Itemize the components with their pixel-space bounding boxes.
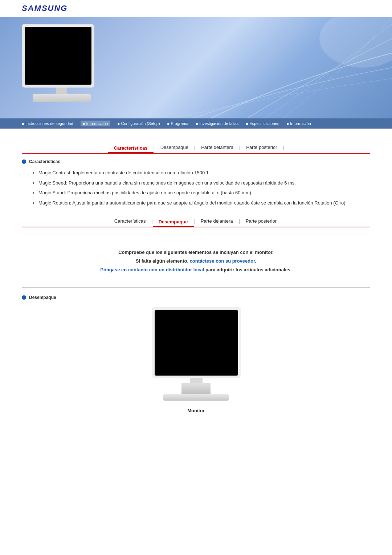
section-dot bbox=[22, 295, 26, 300]
monitor-stand-arm bbox=[181, 383, 211, 394]
nav-bar: ■ Instrucciones de seguridad ■ Introducc… bbox=[0, 118, 392, 129]
info-line-1: Compruebe que los siguientes elementos s… bbox=[29, 249, 363, 256]
banner-decoration bbox=[138, 17, 392, 118]
contact-provider-link[interactable]: contáctese con su proveedor bbox=[190, 258, 255, 264]
nav-bullet: ■ bbox=[22, 122, 24, 126]
list-item: Magic Rotation: Ajusta la pantalla autom… bbox=[33, 198, 370, 208]
logo-area: SAMSUNG bbox=[0, 0, 392, 17]
tab-separator: | bbox=[283, 145, 284, 150]
nav-item-introduccion[interactable]: ■ Introducción bbox=[81, 121, 110, 126]
monitor-base bbox=[163, 394, 229, 401]
nav-item-investigacion[interactable]: ■ Investigación de fallas bbox=[196, 121, 238, 126]
tab-parte-posterior-bottom[interactable]: Parte posterior bbox=[240, 217, 282, 225]
contact-distributor-link[interactable]: Póngase en contacto con un distribuidor … bbox=[100, 267, 204, 272]
nav-bullet: ■ bbox=[83, 122, 85, 126]
banner-monitor-illustration bbox=[22, 24, 102, 111]
info-box: Compruebe que los siguientes elementos s… bbox=[22, 242, 370, 280]
info-line-2: Si falta algún elemento, contáctese con … bbox=[29, 258, 363, 265]
list-item: Magic Contrast: Implementa un contraste … bbox=[33, 168, 370, 178]
nav-label: Configuración (Setup) bbox=[121, 121, 160, 126]
section-dot bbox=[22, 159, 26, 164]
nav-item-configuracion[interactable]: ■ Configuración (Setup) bbox=[118, 121, 160, 126]
nav-bullet: ■ bbox=[167, 122, 170, 126]
monitor-image-section bbox=[22, 307, 370, 401]
monitor-label: Monitor bbox=[22, 408, 370, 413]
tab-desempaque-bottom[interactable]: Desempaque bbox=[153, 218, 194, 227]
nav-item-especificaciones[interactable]: ■ Especificaciones bbox=[246, 121, 279, 126]
nav-item-informacion[interactable]: ■ Información bbox=[286, 121, 311, 126]
svg-point-0 bbox=[319, 17, 392, 68]
tabs-top: Características | Desempaque | Parte del… bbox=[22, 143, 370, 154]
caracteristicas-list: Magic Contrast: Implementa un contraste … bbox=[22, 168, 370, 208]
info-line-3: Póngase en contacto con un distribuidor … bbox=[29, 266, 363, 274]
samsung-logo: SAMSUNG bbox=[22, 4, 68, 13]
tab-caracteristicas-top[interactable]: Características bbox=[108, 144, 153, 153]
list-item: Magic Speed: Proporciona una pantalla cl… bbox=[33, 178, 370, 188]
tab-caracteristicas-bottom[interactable]: Características bbox=[109, 217, 152, 225]
desempaque-title: Desempaque bbox=[29, 295, 56, 300]
list-item: Magic Stand: Proporciona muchas posibili… bbox=[33, 188, 370, 198]
nav-label: Instrucciones de seguridad bbox=[25, 121, 73, 126]
nav-label: Especificaciones bbox=[249, 121, 279, 126]
divider-bottom bbox=[22, 287, 370, 288]
tab-desempaque-top[interactable]: Desempaque bbox=[155, 143, 194, 151]
caracteristicas-header: Características bbox=[22, 159, 370, 164]
nav-bullet: ■ bbox=[246, 122, 248, 126]
nav-item-programa[interactable]: ■ Programa bbox=[167, 121, 188, 126]
tab-separator: | bbox=[282, 219, 283, 224]
nav-label: Programa bbox=[171, 121, 188, 126]
monitor-bezel bbox=[152, 307, 241, 378]
monitor-display bbox=[155, 310, 238, 376]
nav-item-seguridad[interactable]: ■ Instrucciones de seguridad bbox=[22, 121, 73, 126]
nav-label: Investigación de fallas bbox=[199, 121, 238, 126]
info-line2-prefix: Si falta algún elemento, bbox=[136, 258, 190, 264]
monitor-neck bbox=[190, 378, 203, 383]
tab-parte-delantera-top[interactable]: Parte delantera bbox=[195, 143, 239, 151]
divider-top bbox=[22, 235, 370, 235]
tab-parte-delantera-bottom[interactable]: Parte delantera bbox=[195, 217, 239, 225]
banner bbox=[0, 17, 392, 118]
tab-parte-posterior-top[interactable]: Parte posterior bbox=[240, 143, 283, 151]
nav-bullet: ■ bbox=[118, 122, 120, 126]
nav-bullet: ■ bbox=[196, 122, 198, 126]
tabs-bottom: Características | Desempaque | Parte del… bbox=[22, 217, 370, 227]
desempaque-header: Desempaque bbox=[22, 295, 370, 300]
nav-label: Introducción bbox=[86, 121, 108, 126]
main-content: Características | Desempaque | Parte del… bbox=[0, 129, 392, 421]
nav-bullet: ■ bbox=[286, 122, 289, 126]
section-title: Características bbox=[29, 159, 60, 164]
nav-label: Información bbox=[290, 121, 311, 126]
header: SAMSUNG bbox=[0, 0, 392, 129]
